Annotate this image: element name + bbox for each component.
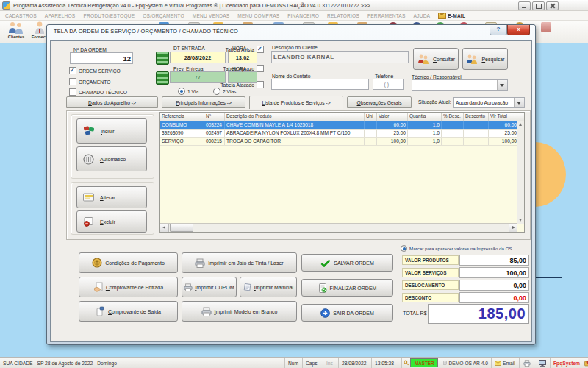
menu-ferramentas[interactable]: FERRAMENTAS	[368, 13, 406, 18]
checkbox-icon	[257, 65, 264, 72]
vertical-scrollbar[interactable]	[517, 121, 524, 224]
hora-entrada-input[interactable]: 13:02	[228, 52, 257, 63]
finalizar-ordem-button[interactable]: FINALIZAR ORDEM	[301, 279, 393, 297]
chamado-tecnico-checkbox[interactable]: CHAMADO TÉCNICO	[69, 88, 127, 96]
col-perc-desc[interactable]: % Desc.	[442, 113, 464, 121]
status-city: SUA CIDADE - SP 28 de Agosto de 2022 - D…	[0, 358, 285, 368]
window-title: Programa Assistência Técnica Refrigeraçã…	[13, 2, 370, 9]
cliente-input[interactable]: LEANDRO KARNAL	[271, 51, 409, 63]
email-icon	[438, 13, 446, 19]
tabela-aprazo-checkbox[interactable]: Tabela Aprazo	[194, 65, 264, 72]
pesquisar-button[interactable]: Pesquisar	[462, 48, 508, 70]
calendar-picker-button[interactable]	[156, 52, 169, 65]
telefone-input[interactable]: ( ) -	[373, 79, 404, 90]
orcamento-checkbox[interactable]: ORÇAMENTO	[69, 78, 110, 85]
col-numero[interactable]: Nº	[204, 113, 225, 121]
automatico-button[interactable]: Automático	[76, 146, 147, 171]
tecnico-combobox[interactable]	[412, 79, 508, 91]
horizontal-scrollbar[interactable]	[160, 223, 517, 232]
nome-contato-label: Nome do Contato	[272, 74, 310, 79]
imprimir-modelo-branco-button[interactable]: Imprimir Modelo em Branco	[182, 301, 297, 322]
chevron-down-icon[interactable]	[514, 98, 524, 107]
exit-arrow-icon	[320, 308, 330, 318]
close-button[interactable]	[546, 1, 559, 10]
products-grid: Referencia Nº Descrição do Produto Uni V…	[159, 112, 525, 233]
table-row[interactable]: 39263090 002497 ABRACADEIRA NYLON FOXLUX…	[160, 130, 524, 138]
menu-compras[interactable]: MENU COMPRAS	[237, 13, 279, 18]
imprimir-matricial-button[interactable]: Imprimir Matricial	[240, 277, 297, 297]
table-row[interactable]: CONSUMO 003224 CHAVE COMBIN MAYLE A 1/4 …	[160, 121, 524, 130]
col-referencia[interactable]: Referencia	[160, 113, 204, 121]
col-quantia[interactable]: Quantia	[408, 113, 442, 121]
excluir-button[interactable]: Excluir	[76, 210, 147, 233]
toolbar-clientes-button[interactable]: Clientes	[4, 21, 28, 42]
total-value: 185,00	[428, 304, 529, 324]
tab-observacoes-gerais[interactable]: Observações Gerais	[347, 96, 412, 108]
menu-vendas[interactable]: MENU VENDAS	[193, 13, 230, 18]
alterar-button[interactable]: Alterar	[76, 186, 147, 208]
radio-icon	[178, 88, 185, 95]
col-vlr-total[interactable]: Vlr Total	[489, 113, 519, 121]
via1-radio[interactable]: 1 Via	[178, 88, 198, 95]
minimize-button[interactable]	[518, 1, 531, 10]
toolbar-icon[interactable]	[541, 22, 551, 32]
incluir-button[interactable]: Incluir	[76, 118, 147, 144]
condicoes-pagamento-button[interactable]: Condições de Pagamento	[79, 252, 178, 273]
scroll-right-icon[interactable]	[509, 224, 517, 232]
valor-servicos-value[interactable]: 100,00	[459, 267, 529, 278]
marcar-impressao-radio[interactable]: Marcar para aparecer valores na Impressã…	[401, 245, 512, 252]
tab-principais-informacoes[interactable]: Principais Informações ->	[162, 96, 245, 108]
col-valor[interactable]: Valor	[377, 113, 408, 121]
menu-os-orcamento[interactable]: OS/ORÇAMENTO	[143, 13, 184, 18]
menu-produto-estoque[interactable]: PRODUTO/ESTOQUE	[83, 13, 135, 18]
salvar-ordem-button[interactable]: SALVAR ORDEM	[301, 254, 393, 272]
deslocamento-value[interactable]: 0,00	[459, 280, 529, 291]
scroll-left-icon[interactable]	[160, 224, 169, 232]
consultar-button[interactable]: Consultar	[413, 48, 459, 70]
menu-email[interactable]: E-MAIL	[438, 13, 465, 19]
col-descricao[interactable]: Descrição do Produto	[225, 113, 365, 121]
num-ordem-input[interactable]: 12	[70, 52, 133, 64]
delete-icon	[83, 217, 94, 227]
maximize-button[interactable]	[532, 1, 545, 10]
document-icon	[443, 360, 447, 366]
dt-entrada-input[interactable]: 28/08/2022	[170, 52, 226, 63]
email-icon	[495, 361, 501, 366]
checkbox-icon	[257, 81, 264, 88]
situacao-combobox[interactable]: Aguardando Aprovação	[453, 97, 525, 108]
col-desconto[interactable]: Desconto	[464, 113, 489, 121]
imprimir-jato-button[interactable]: Imprimir em Jato de Tinta / Laser	[182, 252, 297, 273]
status-logo	[581, 358, 588, 368]
status-printer[interactable]	[520, 358, 534, 368]
col-uni[interactable]: Uni	[365, 113, 377, 121]
comprovante-entrada-button[interactable]: Comprovante de Entrada	[79, 277, 178, 297]
tab-dados-aparelho[interactable]: Dados do Aparelho ->	[66, 96, 158, 108]
status-monitor[interactable]	[534, 358, 551, 368]
via2-radio[interactable]: 2 Vias	[213, 88, 236, 95]
status-email[interactable]: Email	[492, 358, 520, 368]
table-row[interactable]: SERVIÇO 000215 TROCA DO CAPACITOR 100,00…	[160, 138, 524, 146]
status-user: MASTER	[402, 358, 440, 368]
tabela-atacado-checkbox[interactable]: Tabela Atacado	[194, 81, 264, 88]
dialog-title: TELA DA ORDEM DE SERVIÇO / ORÇAMENTO / C…	[54, 28, 238, 35]
calendar-picker-button-2[interactable]	[156, 71, 169, 85]
menu-aparelhos[interactable]: APARELHOS	[45, 13, 76, 18]
imprimir-cupom-button[interactable]: Imprimir CUPOM	[182, 277, 237, 297]
chevron-down-icon[interactable]	[497, 80, 507, 90]
menu-ajuda[interactable]: AJUDA	[414, 13, 431, 18]
sair-ordem-button[interactable]: SAIR DA ORDEM	[301, 304, 393, 322]
tab-lista-produtos-servicos[interactable]: Lista de Produtos e Serviços ->	[249, 96, 343, 109]
valor-produtos-label: VALOR PRODUTOS	[402, 255, 459, 265]
nome-contato-input[interactable]	[271, 79, 369, 90]
ordem-servico-checkbox[interactable]: ORDEM SERVIÇO	[69, 67, 121, 74]
desconto-value[interactable]: 0,00	[459, 292, 529, 303]
dialog-close-button[interactable]	[507, 25, 530, 35]
tabela-avista-checkbox[interactable]: Tabela Avista	[194, 46, 264, 53]
valor-produtos-value[interactable]: 85,00	[459, 255, 529, 266]
menu-cadastros[interactable]: CADASTROS	[5, 13, 37, 18]
menu-relatorios[interactable]: RELATÓRIOS	[327, 13, 359, 18]
scroll-thumb[interactable]	[170, 224, 193, 232]
comprovante-saida-button[interactable]: Comprovante de Saída	[79, 301, 178, 322]
menu-financeiro[interactable]: FINANCEIRO	[287, 13, 319, 18]
dialog-help-button[interactable]	[490, 25, 507, 35]
